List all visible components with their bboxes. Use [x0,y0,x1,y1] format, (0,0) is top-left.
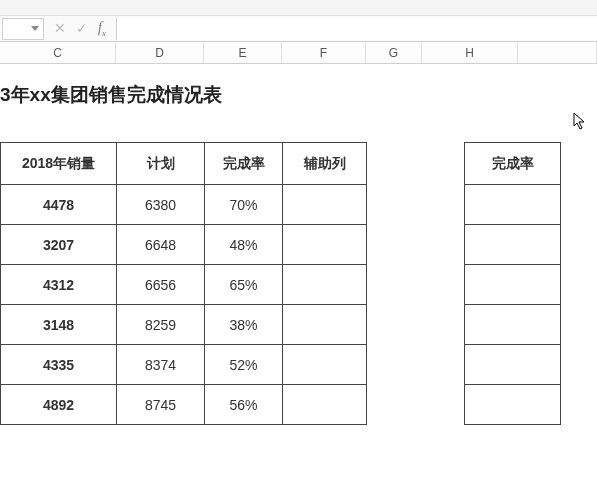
table-row: 3207664848% [1,225,367,265]
cell[interactable] [283,225,367,265]
cell[interactable] [465,185,561,225]
sheet-title: 3年xx集团销售完成情况表 [0,82,222,108]
cell[interactable] [283,265,367,305]
column-header[interactable]: G [366,42,422,63]
cursor-icon [573,112,589,136]
column-header[interactable]: C [0,42,116,63]
column-headers: CDEFGH [0,42,597,64]
main-table: 2018年销量 计划 完成率 辅助列 4478638070%3207664848… [0,142,367,425]
table-row: 4312665665% [1,265,367,305]
table-row: 4478638070% [1,185,367,225]
header-aux[interactable]: 辅助列 [283,143,367,185]
column-header[interactable]: F [282,42,366,63]
header-sales[interactable]: 2018年销量 [1,143,117,185]
column-header[interactable]: D [116,42,204,63]
table-row: 4892874556% [1,385,367,425]
table-row: 4335837452% [1,345,367,385]
cell[interactable]: 3148 [1,305,117,345]
cancel-icon[interactable]: ✕ [54,20,66,36]
header-plan[interactable]: 计划 [117,143,205,185]
table-row [465,185,561,225]
formula-bar-icons: ✕ ✓ fx [44,20,116,38]
cell[interactable]: 70% [205,185,283,225]
table-row: 3148825938% [1,305,367,345]
side-header-rate[interactable]: 完成率 [465,143,561,185]
column-header[interactable]: H [422,42,518,63]
cell[interactable]: 56% [205,385,283,425]
table-row [465,265,561,305]
column-header[interactable]: E [204,42,282,63]
name-box[interactable] [2,18,44,40]
cell[interactable]: 65% [205,265,283,305]
header-rate[interactable]: 完成率 [205,143,283,185]
cell[interactable]: 4312 [1,265,117,305]
side-table: 完成率 [464,142,561,425]
formula-bar: ✕ ✓ fx [0,16,597,42]
table-row [465,385,561,425]
cell[interactable]: 8259 [117,305,205,345]
column-header[interactable] [518,42,597,63]
cell[interactable]: 38% [205,305,283,345]
confirm-icon[interactable]: ✓ [76,20,88,36]
cell[interactable]: 6380 [117,185,205,225]
table-header-row: 完成率 [465,143,561,185]
cell[interactable]: 6648 [117,225,205,265]
cell[interactable]: 6656 [117,265,205,305]
cell[interactable]: 3207 [1,225,117,265]
cell[interactable] [465,225,561,265]
fx-icon[interactable]: fx [98,20,106,38]
chevron-down-icon[interactable] [31,26,39,31]
table-row [465,225,561,265]
cell[interactable] [283,305,367,345]
ribbon-fragment [0,0,597,16]
cell[interactable]: 4335 [1,345,117,385]
cell[interactable] [465,305,561,345]
cell[interactable] [465,385,561,425]
cell[interactable]: 48% [205,225,283,265]
worksheet-area[interactable]: 3年xx集团销售完成情况表 2018年销量 计划 完成率 辅助列 4478638… [0,64,597,501]
cell[interactable]: 8745 [117,385,205,425]
formula-input[interactable] [116,18,597,40]
cell[interactable]: 8374 [117,345,205,385]
cell[interactable] [465,345,561,385]
table-header-row: 2018年销量 计划 完成率 辅助列 [1,143,367,185]
cell[interactable]: 52% [205,345,283,385]
table-row [465,305,561,345]
cell[interactable]: 4892 [1,385,117,425]
cell[interactable] [283,345,367,385]
cell[interactable]: 4478 [1,185,117,225]
cell[interactable] [283,385,367,425]
cell[interactable] [465,265,561,305]
table-row [465,345,561,385]
cell[interactable] [283,185,367,225]
